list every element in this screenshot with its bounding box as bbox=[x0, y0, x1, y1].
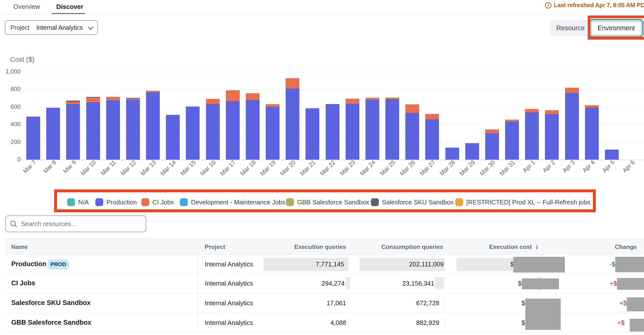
row-separator bbox=[5, 332, 644, 332]
cell-name: CI Jobs bbox=[11, 279, 36, 287]
cell-execution-queries: 17,061 bbox=[326, 299, 346, 307]
cell-divider bbox=[348, 317, 348, 328]
cell-divider bbox=[444, 317, 445, 328]
cell-name: Production bbox=[11, 260, 46, 268]
sort-desc-icon: ↓ bbox=[534, 243, 539, 250]
cell-execution-cost: $ bbox=[510, 260, 514, 268]
cell-execution-queries: 7,771,145 bbox=[316, 260, 344, 268]
environment-badge: PROD bbox=[48, 259, 69, 269]
cell-execution-cost: $ bbox=[522, 299, 525, 307]
cell-name: GBB Salesforce Sandbox bbox=[11, 319, 92, 326]
column-header-consumption-queries[interactable]: Consumption queries bbox=[381, 243, 443, 250]
cell-change: +$ bbox=[610, 280, 617, 287]
cell-change: -$ bbox=[610, 260, 615, 268]
column-header-execution-queries[interactable]: Execution queries bbox=[294, 243, 346, 250]
cell-name: Salesforce SKU Sandbox bbox=[11, 299, 91, 307]
column-header-execution-cost[interactable]: Execution cost↓ bbox=[489, 243, 539, 250]
row-separator bbox=[5, 293, 644, 293]
cell-consumption-queries: 23,156,341 bbox=[402, 280, 434, 287]
row-separator bbox=[5, 273, 644, 274]
column-header-name[interactable]: Name bbox=[11, 243, 28, 250]
cell-consumption-queries: 882,929 bbox=[416, 319, 439, 327]
cell-divider bbox=[444, 297, 445, 308]
row-separator bbox=[5, 313, 644, 313]
cell-project: Internal Analytics bbox=[205, 280, 253, 287]
cell-project: Internal Analytics bbox=[205, 319, 253, 327]
cell-consumption-queries: 672,728 bbox=[416, 299, 439, 307]
cell-execution-cost: $ bbox=[522, 319, 525, 327]
column-header-change[interactable]: Change bbox=[615, 243, 637, 250]
column-header-project[interactable]: Project bbox=[205, 243, 225, 250]
cell-change: +$ bbox=[620, 299, 627, 307]
cell-project: Internal Analytics bbox=[205, 260, 253, 268]
cell-execution-cost: $ bbox=[518, 280, 522, 287]
cell-consumption-queries: 202,111,009 bbox=[409, 260, 444, 268]
cell-project: Internal Analytics bbox=[205, 299, 253, 307]
cell-change: +$ bbox=[617, 319, 624, 327]
page: Overview Discover Last refreshed Apr 7, … bbox=[0, 0, 644, 335]
resources-table: NameProjectExecution queriesConsumption … bbox=[0, 0, 644, 335]
cell-divider bbox=[348, 297, 348, 308]
cell-execution-queries: 4,088 bbox=[330, 319, 346, 327]
cell-execution-queries: 294,274 bbox=[322, 280, 344, 287]
